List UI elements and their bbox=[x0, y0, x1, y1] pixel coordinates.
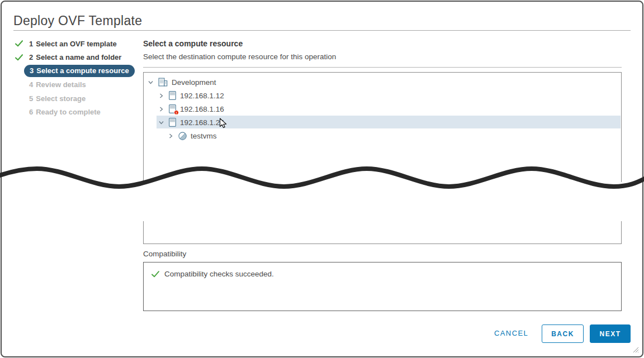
step-label: Ready to complete bbox=[36, 108, 101, 116]
success-check-icon bbox=[151, 271, 159, 278]
resource-pool-icon bbox=[178, 132, 187, 140]
cancel-button[interactable]: CANCEL bbox=[494, 329, 528, 337]
host-icon bbox=[169, 118, 176, 127]
deploy-ovf-dialog: Deploy OVF Template 1Select an OVF templ… bbox=[0, 0, 644, 358]
step-number: 1 bbox=[29, 40, 33, 48]
tree-item-label: Development bbox=[172, 78, 216, 87]
compatibility-message: Compatibility checks succeeded. bbox=[164, 270, 274, 278]
chevron-down-icon[interactable] bbox=[148, 79, 154, 85]
content-subheading: Select the destination compute resource … bbox=[143, 52, 336, 61]
compatibility-box: Compatibility checks succeeded. bbox=[143, 262, 622, 311]
chevron-right-icon[interactable] bbox=[168, 133, 174, 139]
step-6-ready-to-complete[interactable]: 6Ready to complete bbox=[13, 106, 136, 120]
tree-item-host-192-168-1-12[interactable]: 192.168.1.12 bbox=[144, 89, 621, 102]
resize-grip-icon[interactable] bbox=[632, 345, 639, 355]
compute-resource-tree: Development 192.168.1.12 bbox=[143, 72, 622, 182]
tree-item-label: testvms bbox=[191, 132, 217, 140]
tree-panel-lower-remnant bbox=[143, 221, 622, 244]
datacenter-icon bbox=[158, 78, 168, 87]
title-divider bbox=[13, 30, 631, 31]
chevron-right-icon[interactable] bbox=[158, 93, 164, 99]
step-5-select-storage[interactable]: 5Select storage bbox=[13, 92, 136, 106]
step-1-select-ovf-template[interactable]: 1Select an OVF template bbox=[13, 37, 136, 51]
step-2-select-name-folder[interactable]: 2Select a name and folder bbox=[13, 51, 136, 65]
step-number: 5 bbox=[29, 94, 33, 103]
step-4-review-details[interactable]: 4Review details bbox=[13, 78, 136, 92]
step-number: 6 bbox=[29, 108, 33, 116]
check-icon bbox=[13, 40, 29, 47]
active-step-pill: 3Select a compute resource bbox=[24, 65, 135, 77]
error-badge-icon: ! bbox=[174, 110, 179, 115]
step-label: Select a name and folder bbox=[36, 53, 121, 61]
chevron-right-icon[interactable] bbox=[158, 106, 164, 112]
page-title: Deploy OVF Template bbox=[13, 13, 142, 28]
step-number: 4 bbox=[29, 80, 33, 89]
tree-item-label: 192.168.1.25 bbox=[180, 118, 224, 127]
tree-item-resource-pool-testvms[interactable]: testvms bbox=[144, 129, 621, 142]
tree-item-label: 192.168.1.16 bbox=[180, 105, 224, 113]
check-icon bbox=[13, 54, 29, 61]
compatibility-label: Compatibility bbox=[143, 250, 186, 258]
content-divider bbox=[143, 67, 622, 68]
back-button[interactable]: BACK bbox=[542, 324, 584, 343]
tree-item-host-192-168-1-25[interactable]: 192.168.1.25 bbox=[144, 116, 621, 129]
step-number: 3 bbox=[30, 66, 34, 75]
step-label: Review details bbox=[36, 80, 86, 89]
next-button[interactable]: NEXT bbox=[590, 324, 631, 343]
tree-item-host-192-168-1-16[interactable]: ! 192.168.1.16 bbox=[144, 102, 621, 116]
step-number: 2 bbox=[29, 53, 33, 61]
step-label: Select storage bbox=[36, 94, 86, 103]
chevron-down-icon[interactable] bbox=[158, 120, 164, 126]
host-error-icon: ! bbox=[169, 104, 176, 113]
tree-item-development[interactable]: Development bbox=[144, 75, 621, 89]
content-heading: Select a compute resource bbox=[143, 39, 243, 48]
tree-item-label: 192.168.1.12 bbox=[180, 92, 224, 100]
step-3-select-compute-resource[interactable]: 3Select a compute resource bbox=[13, 64, 136, 78]
step-label: Select an OVF template bbox=[36, 40, 117, 48]
host-icon bbox=[169, 91, 176, 100]
wizard-steps: 1Select an OVF template 2Select a name a… bbox=[13, 37, 136, 119]
step-label: Select a compute resource bbox=[36, 66, 129, 75]
